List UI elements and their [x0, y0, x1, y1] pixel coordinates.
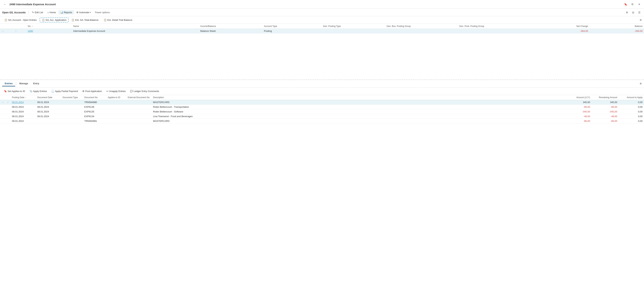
cell-applies-to-id — [106, 105, 126, 109]
close-icon[interactable]: ✕ — [637, 2, 642, 7]
row-arrow — [0, 114, 5, 119]
cell-description: Lina Townsend - Food and Beverages — [152, 114, 568, 119]
cell-external-doc-no — [126, 105, 152, 109]
reports-label: Reports — [64, 11, 72, 14]
cell-document-date: 08.01.2024 — [36, 100, 61, 105]
ecol-posting-date[interactable]: Posting Date ↑ — [10, 95, 36, 100]
entries-section: Entries Manage Entry ⚙ 🔖 Set Applies-to … — [0, 80, 644, 284]
cell-remaining-amount: -86,00 — [592, 119, 619, 123]
row-dots[interactable]: ⋮ — [5, 100, 10, 105]
tab-manage[interactable]: Manage — [17, 81, 30, 86]
apply-entries-button[interactable]: 📎 Apply Entries — [28, 89, 49, 93]
col-income-balance[interactable]: Income/Balance — [199, 24, 262, 29]
post-application-button[interactable]: ⚙ Post Application — [80, 89, 104, 93]
ecol-document-date[interactable]: Document Date — [36, 95, 61, 100]
report-subtabs: 📋 G/L Account - Open Entries 📋 G/L Acc. … — [0, 16, 644, 24]
cell-posting-date[interactable]: 08.01.2024 — [10, 105, 36, 109]
unapply-entries-label: Unapply Entries — [109, 90, 126, 93]
tab-entries[interactable]: Entries — [2, 81, 15, 86]
set-applies-label: Set Applies-to ID — [8, 90, 25, 93]
columns-icon[interactable]: ☰ — [637, 10, 642, 15]
cell-posting-date[interactable]: 08.01.2024 — [10, 114, 36, 119]
ledger-entry-comments-button[interactable]: 💬 Ledger Entry Comments — [128, 89, 161, 93]
home-button[interactable]: ⌂ Home — [46, 10, 58, 14]
main-table-header: No. ↑ Name Income/Balance Account Type G… — [0, 24, 644, 29]
cell-name: Intermediate Expense Account — [72, 29, 199, 33]
cell-account-type: Posting — [262, 29, 322, 33]
ext-detail-trial-balance-icon: 📋 — [104, 19, 106, 21]
col-gen-posting-type[interactable]: Gen. Posting Type — [322, 24, 385, 29]
cell-description: Robin Bettencourt - Transportation — [152, 105, 568, 109]
ecol-external-doc-no[interactable]: External Document No. — [126, 95, 152, 100]
filter-icon[interactable]: ⊟ — [630, 10, 636, 15]
table-row[interactable]: 08.01.2024 08.01.2024 EXP6136 Robin Bett… — [0, 105, 644, 109]
cell-amount-lcy: -48,00 — [568, 114, 592, 119]
cell-amount-lcy: -86,00 — [568, 105, 592, 109]
tab-entry[interactable]: Entry — [30, 81, 42, 86]
cell-document-date: 08.01.2024 — [36, 109, 61, 114]
subtab-gl-acc-application[interactable]: 📋 G/L Acc. Application — [40, 17, 68, 22]
cell-amount-to-apply: 0,00 — [619, 109, 644, 114]
cell-no[interactable]: 2490 — [26, 29, 72, 33]
apply-entries-label: Apply Entries — [33, 90, 47, 93]
col-account-type[interactable]: Account Type — [262, 24, 322, 29]
bookmark-icon[interactable]: 🔖 — [623, 2, 628, 7]
cell-balance: -264,00 — [590, 29, 644, 33]
back-button[interactable]: ← — [2, 2, 8, 7]
entries-tabs: Entries Manage Entry — [2, 81, 42, 86]
cell-posting-date[interactable]: 08.01.2024 — [10, 109, 36, 114]
ecol-amount-lcy[interactable]: Amount (LCY) — [568, 95, 592, 100]
ecol-document-type[interactable]: Document Type — [61, 95, 83, 100]
table-row[interactable]: → ⋮ 2490 Intermediate Expense Account Ba… — [0, 29, 644, 33]
fewer-options-button[interactable]: Fewer options — [93, 10, 112, 14]
ecol-remaining-amount[interactable]: Remaining Amount — [592, 95, 619, 100]
edit-list-button[interactable]: ✎ Edit List — [30, 10, 45, 14]
ecol-applies-to-id[interactable]: Applies-to ID — [106, 95, 126, 100]
unapply-entries-button[interactable]: ↩ Unapply Entries — [104, 89, 128, 93]
automate-button[interactable]: ⚙ Automate ▾ — [74, 10, 92, 14]
row-dots[interactable]: ⋮ — [13, 29, 26, 33]
col-no[interactable]: No. ↑ — [26, 24, 72, 29]
col-gen-prod-posting-group[interactable]: Gen. Prod. Posting Group — [458, 24, 530, 29]
ecol-dots — [5, 95, 10, 100]
subtab-ext-detail-trial-balance[interactable]: 📋 Ext. Detail Trial Balance — [102, 17, 134, 22]
col-name[interactable]: Name — [72, 24, 199, 29]
apply-partial-payment-button[interactable]: 📃 Apply Partial Payment — [50, 89, 80, 93]
col-gen-bus-posting-group[interactable]: Gen. Bus. Posting Group — [385, 24, 458, 29]
table-row[interactable]: 08.01.2024 08.01.2024 EXP6135 Robin Bett… — [0, 109, 644, 114]
ecol-description[interactable]: Description — [152, 95, 568, 100]
cell-document-date: 08.01.2024 — [36, 105, 61, 109]
cell-amount-lcy: 345,00 — [568, 100, 592, 105]
col-balance[interactable]: Balance — [590, 24, 644, 29]
apply-entries-icon: 📎 — [30, 90, 32, 93]
automate-label: Automate — [79, 11, 89, 14]
set-applies-icon: 🔖 — [4, 90, 7, 93]
col-net-change[interactable]: Net Change — [530, 24, 589, 29]
cell-document-date — [36, 119, 61, 123]
subtab-gl-open-entries[interactable]: 📋 G/L Account - Open Entries — [2, 17, 39, 22]
cell-posting-date[interactable]: 09.01.2024 — [10, 119, 36, 123]
table-row[interactable]: 09.01.2024 TRN584981 MASTERCARD -86,00 -… — [0, 119, 644, 123]
home-label: Home — [50, 11, 56, 14]
ecol-amount-to-apply[interactable]: Amount to Apply — [619, 95, 644, 100]
cell-document-type — [61, 100, 83, 105]
share-icon[interactable]: ⬆ — [624, 10, 630, 15]
cell-posting-date[interactable]: 08.01.2024 — [10, 100, 36, 105]
cell-document-no: EXP6134 — [83, 114, 106, 119]
row-dots-empty — [5, 105, 10, 109]
cell-amount-to-apply: 0,00 — [619, 114, 644, 119]
table-row[interactable]: 08.01.2024 08.01.2024 EXP6134 Lina Towns… — [0, 114, 644, 119]
ecol-document-no[interactable]: Document No. — [83, 95, 106, 100]
subtabs-settings-icon[interactable]: ⚙ — [640, 19, 642, 21]
cell-document-no: EXP6135 — [83, 109, 106, 114]
reports-button[interactable]: 📊 Reports — [58, 10, 74, 14]
restore-icon[interactable]: ⧉ — [630, 2, 635, 7]
entries-action-bar: 🔖 Set Applies-to ID 📎 Apply Entries 📃 Ap… — [0, 87, 644, 95]
table-row[interactable]: → ⋮ 08.01.2024 08.01.2024 TRN584980 MAST… — [0, 100, 644, 105]
subtab-ext-gl-total-balance[interactable]: 📋 Ext. G/L Total-Balance — [69, 17, 101, 22]
ecol-arrow — [0, 95, 5, 100]
ledger-comments-label: Ledger Entry Comments — [134, 90, 159, 93]
ext-detail-trial-balance-label: Ext. Detail Trial Balance — [108, 19, 132, 21]
set-applies-to-id-button[interactable]: 🔖 Set Applies-to ID — [2, 89, 27, 93]
entries-section-settings-icon[interactable]: ⚙ — [640, 82, 642, 85]
